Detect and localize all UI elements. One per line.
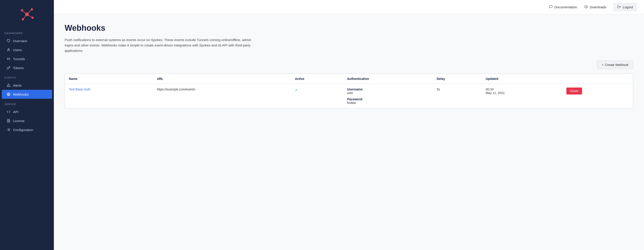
sidebar-item-webhooks[interactable]: Webhooks (2, 90, 52, 99)
col-name: Name (65, 74, 153, 84)
code-icon (6, 110, 11, 114)
svg-line-7 (27, 14, 32, 18)
auth-username-label: Username: (347, 88, 363, 91)
sidebar-item-license[interactable]: License (2, 116, 52, 125)
documentation-link[interactable]: Documentation (549, 5, 577, 9)
table-row: Test Basic Auth https://example.com/even… (65, 84, 633, 108)
svg-point-9 (8, 48, 9, 50)
page-description: Push notifications to external systems a… (64, 37, 258, 54)
key-icon (6, 66, 11, 70)
heart-icon (6, 38, 11, 43)
auth-password-value-row: foobar (347, 101, 428, 104)
globe-icon (6, 92, 11, 96)
events-section-label: EVENTS (0, 72, 54, 81)
delete-webhook-button[interactable]: Delete (566, 88, 582, 94)
logo (0, 0, 54, 28)
col-delay: Delay (432, 74, 482, 84)
active-check-icon: ✓ (295, 88, 298, 92)
sidebar-item-alerts-label: Alerts (13, 84, 22, 87)
documentation-label: Documentation (554, 5, 577, 9)
main-content: Documentation Downloads Logout (54, 0, 644, 250)
auth-password-label: Password: (347, 98, 363, 101)
sidebar-item-overview[interactable]: Overview (2, 36, 52, 45)
table-header-row: Name URL Active Authentication Delay Upd… (65, 74, 633, 84)
sidebar-item-license-label: License (13, 119, 25, 123)
create-btn-row: + Create Webhook (64, 60, 633, 69)
user-icon (6, 48, 11, 52)
webhook-url-cell: https://example.com/events (153, 84, 291, 108)
create-webhook-button[interactable]: + Create Webhook (597, 60, 633, 69)
webhooks-table: Name URL Active Authentication Delay Upd… (65, 74, 633, 108)
webhook-delay-cell: 5s (432, 84, 482, 108)
auth-password-row: Password: (347, 98, 428, 101)
sidebar-item-webhooks-label: Webhooks (13, 92, 29, 96)
sidebar-item-overview-label: Overview (13, 39, 27, 43)
sidebar-item-users-label: Users (13, 48, 22, 52)
webhook-name-link[interactable]: Test Basic Auth (69, 88, 90, 91)
col-actions (562, 74, 633, 84)
updated-date: May 11, 2021 (486, 91, 558, 95)
col-updated: Updated (482, 74, 562, 84)
webhook-active-cell: ✓ (291, 84, 343, 108)
alert-icon (6, 83, 11, 88)
downloads-icon (584, 5, 588, 9)
sidebar-item-alerts[interactable]: Alerts (2, 81, 52, 90)
tunnels-icon (6, 56, 11, 61)
plus-icon: + (602, 63, 604, 67)
logout-icon (617, 5, 621, 9)
sidebar-item-api-label: API (13, 110, 18, 114)
col-active: Active (291, 74, 343, 84)
updated-time: 00:34 (486, 88, 558, 91)
sidebar-item-tunnels[interactable]: Tunnels (2, 54, 52, 63)
webhook-actions-cell: Delete (562, 84, 633, 108)
auth-username-value-row: user (347, 91, 428, 95)
sidebar-item-configuration-label: Configuration (13, 128, 33, 132)
sidebar-item-tokens-label: Tokens (13, 66, 24, 70)
top-navigation: Documentation Downloads Logout (54, 0, 644, 14)
sidebar-item-configuration[interactable]: Configuration (2, 125, 52, 134)
sidebar-item-tokens[interactable]: Tokens (2, 63, 52, 72)
server-section-label: SERVER (0, 99, 54, 107)
auth-username-value: user (347, 91, 353, 95)
logout-button[interactable]: Logout (614, 3, 637, 11)
downloads-label: Downloads (590, 5, 606, 9)
svg-line-8 (23, 14, 27, 19)
sidebar-item-api[interactable]: API (2, 107, 52, 116)
svg-line-5 (22, 10, 27, 14)
license-icon (6, 118, 11, 123)
col-authentication: Authentication (343, 74, 432, 84)
webhook-auth-cell: Username: user Password: foobar (343, 84, 432, 108)
create-webhook-label: Create Webhook (605, 63, 628, 67)
page-content: Webhooks Push notifications to external … (54, 14, 644, 250)
webhook-name-cell: Test Basic Auth (65, 84, 153, 108)
auth-username-row: Username: (347, 88, 428, 91)
sidebar-item-tunnels-label: Tunnels (13, 57, 25, 61)
config-icon (6, 128, 11, 132)
auth-password-value: foobar (347, 101, 356, 104)
documentation-icon (549, 5, 553, 9)
logout-label: Logout (623, 5, 633, 9)
webhook-updated-cell: 00:34 May 11, 2021 (482, 84, 562, 108)
col-url: URL (153, 74, 291, 84)
downloads-link[interactable]: Downloads (584, 5, 606, 9)
dashboard-section-label: DASHBOARD (0, 28, 54, 36)
sidebar-item-users[interactable]: Users (2, 45, 52, 54)
webhooks-table-wrapper: Name URL Active Authentication Delay Upd… (64, 74, 633, 108)
svg-line-6 (27, 10, 32, 14)
page-title: Webhooks (64, 23, 633, 33)
sidebar: DASHBOARD Overview Users Tunnels (0, 0, 54, 250)
